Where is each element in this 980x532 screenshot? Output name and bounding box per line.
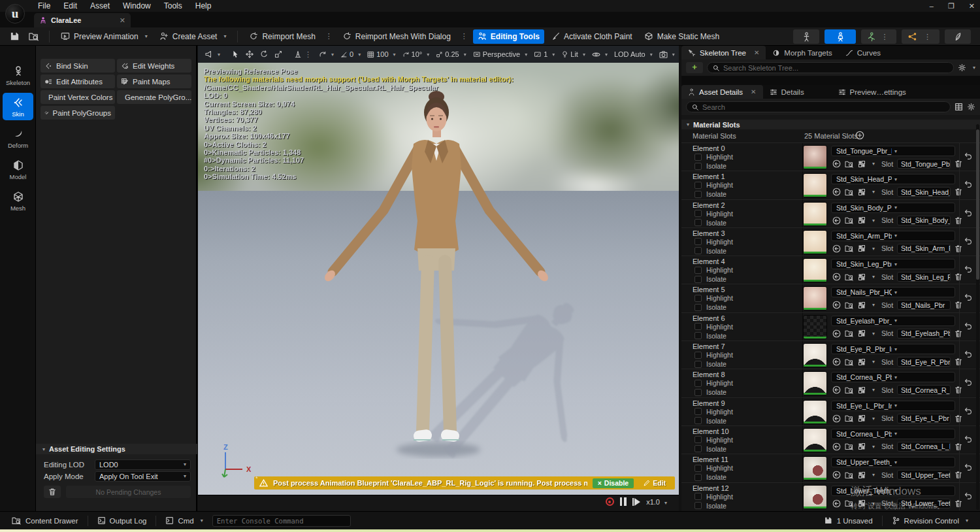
use-selected-asset-icon[interactable] <box>832 329 841 338</box>
show-flags-dropdown[interactable]: ▾ <box>589 50 610 59</box>
edit-weights-button[interactable]: Edit Weights <box>117 59 191 73</box>
console-command-field[interactable] <box>212 515 351 527</box>
material-pattern-icon[interactable] <box>858 160 866 168</box>
menu-edit[interactable]: Edit <box>57 0 84 12</box>
tab-preview-scene-settings[interactable]: Preview…ettings <box>832 85 913 99</box>
isolate-checkbox[interactable] <box>694 163 702 170</box>
disable-post-process-button[interactable]: × Disable <box>593 478 634 488</box>
material-instance-dropdown[interactable]: Std_Lower_Teeth_Pbr_LWHQ_Inst ▾ <box>831 486 955 496</box>
physics-mode-button[interactable] <box>945 29 971 44</box>
tab-claralee[interactable]: ClaraLee ✕ <box>34 13 131 27</box>
pause-button[interactable] <box>620 497 627 506</box>
isolate-checkbox[interactable] <box>694 502 702 509</box>
highlight-checkbox[interactable] <box>694 238 702 245</box>
material-pattern-icon[interactable] <box>858 273 866 281</box>
content-drawer-button[interactable]: Content Drawer <box>7 514 84 527</box>
material-slots-section-header[interactable]: ▾ Material Slots <box>681 120 980 129</box>
reset-to-default-icon[interactable] <box>964 491 972 500</box>
skeleton-search-input[interactable] <box>723 64 948 72</box>
material-instance-dropdown[interactable]: Std_Skin_Arm_Pbr_HQ_Inst ▾ <box>831 231 955 241</box>
material-instance-dropdown[interactable]: Std_Eyelash_Pbr_LWHQ_Inst ▾ <box>831 316 955 326</box>
browse-to-asset-icon[interactable] <box>845 499 854 507</box>
bind-skin-button[interactable]: Bind Skin <box>41 59 115 73</box>
reimport-mesh-options-button[interactable]: ⋮ <box>323 32 335 41</box>
surface-snapping-button[interactable]: ⋮ <box>291 49 315 60</box>
slot-name-field[interactable]: Std_Skin_Arm_Pbr <box>897 244 951 254</box>
browse-to-asset-icon[interactable] <box>845 386 854 394</box>
slot-name-field[interactable]: Std_Tongue_Pbr <box>897 159 951 169</box>
slot-name-field[interactable]: Std_Skin_Body_Pbr <box>897 216 951 225</box>
details-search-input[interactable] <box>702 103 945 111</box>
material-thumbnail[interactable] <box>803 258 827 282</box>
unreal-engine-logo[interactable]: u <box>5 4 25 24</box>
scale-tool-button[interactable] <box>272 49 285 59</box>
material-pattern-icon[interactable] <box>858 188 866 196</box>
record-button[interactable] <box>606 497 614 506</box>
tab-close-icon[interactable]: ✕ <box>751 88 756 95</box>
window-maximize-button[interactable]: ❐ <box>948 2 955 10</box>
slot-name-field[interactable]: Std_Skin_Head_Pbr <box>897 187 951 197</box>
slot-name-field[interactable]: Std_Nails_Pbr <box>897 300 951 310</box>
tab-close-icon[interactable]: ✕ <box>754 49 759 56</box>
reset-to-default-icon[interactable] <box>964 265 972 273</box>
material-instance-dropdown[interactable]: Std_Eye_L_Pbr_Inst ▾ <box>831 401 955 411</box>
make-static-mesh-button[interactable]: Make Static Mesh <box>640 29 724 44</box>
reset-to-default-icon[interactable] <box>964 322 972 330</box>
material-pattern-icon[interactable] <box>858 386 866 394</box>
revision-control-button[interactable]: Revision Control▾ <box>887 514 973 527</box>
delete-slot-trash-icon[interactable] <box>955 499 962 508</box>
chevron-down-icon[interactable]: ▾ <box>872 472 875 478</box>
use-selected-asset-icon[interactable] <box>832 301 841 309</box>
material-instance-dropdown[interactable]: Std_Skin_Head_Pbr_HQ_Inst ▾ <box>831 174 955 184</box>
material-thumbnail[interactable] <box>803 173 827 197</box>
paint-maps-button[interactable]: Paint Maps <box>117 75 191 88</box>
grid-snap-control[interactable]: 100▾ <box>365 49 398 59</box>
animation-mode-options-button[interactable]: ⋮ <box>879 33 891 41</box>
slot-name-field[interactable]: Std_Eye_L_Pbr <box>897 414 951 424</box>
use-selected-asset-icon[interactable] <box>832 442 841 451</box>
right-panel-scrollbar[interactable] <box>976 124 979 510</box>
isolate-checkbox[interactable] <box>694 389 702 396</box>
use-selected-asset-icon[interactable] <box>832 188 841 196</box>
chevron-down-icon[interactable]: ▾ <box>872 161 875 167</box>
highlight-checkbox[interactable] <box>694 380 702 387</box>
animation-mode-button[interactable]: ⋮ <box>861 29 896 44</box>
material-instance-dropdown[interactable]: Std_Upper_Teeth_Pbr_LWHQ_Inst ▾ <box>831 457 955 467</box>
rail-item-skin[interactable]: Skin <box>3 93 33 120</box>
material-pattern-icon[interactable] <box>858 358 866 366</box>
tab-details[interactable]: Details <box>763 85 832 99</box>
location-grid-snap-toggle[interactable]: ▾ <box>316 49 336 59</box>
chevron-down-icon[interactable]: ▾ <box>872 416 875 422</box>
material-pattern-icon[interactable] <box>858 414 866 422</box>
material-pattern-icon[interactable] <box>858 244 866 252</box>
display-filter-table-icon[interactable] <box>955 103 963 111</box>
highlight-checkbox[interactable] <box>694 465 702 472</box>
browse-to-asset-icon[interactable] <box>845 188 854 196</box>
delete-slot-trash-icon[interactable] <box>955 471 962 479</box>
menu-file[interactable]: File <box>31 0 57 12</box>
use-selected-asset-icon[interactable] <box>832 159 841 168</box>
isolate-checkbox[interactable] <box>694 191 702 198</box>
browse-to-asset-icon[interactable] <box>845 244 854 252</box>
delete-slot-trash-icon[interactable] <box>955 273 962 281</box>
reset-to-default-icon[interactable] <box>964 378 972 386</box>
material-instance-dropdown[interactable]: Std_Cornea_L_Pbr_LWHQ_Inst ▾ <box>831 429 955 439</box>
skeleton-tree-settings-gear-icon[interactable] <box>958 63 966 72</box>
slot-name-field[interactable]: Std_Eye_R_Pbr <box>897 357 951 367</box>
highlight-checkbox[interactable] <box>694 295 702 302</box>
reset-to-default-icon[interactable] <box>964 152 972 160</box>
delete-slot-trash-icon[interactable] <box>955 216 962 225</box>
browse-to-asset-icon[interactable] <box>845 471 854 479</box>
delete-slot-trash-icon[interactable] <box>955 414 962 423</box>
playback-speed-dropdown[interactable]: x1.0 ▾ <box>646 498 667 506</box>
viewport-canvas[interactable]: ▾ ⋮ ▾ 0▾ <box>198 46 679 511</box>
viewport-options-button[interactable]: ▾ <box>202 49 223 59</box>
reset-to-default-icon[interactable] <box>964 350 972 358</box>
material-thumbnail[interactable] <box>803 343 827 367</box>
slot-name-field[interactable]: Std_Skin_Leg_Pbr <box>897 272 951 282</box>
apply-mode-dropdown[interactable]: Apply On Tool Exit ▾ <box>95 471 191 482</box>
rail-item-skeleton[interactable]: Skeleton <box>3 61 33 89</box>
save-button[interactable] <box>7 29 23 44</box>
slot-name-field[interactable]: Std_Cornea_L_Pbr <box>897 442 951 452</box>
material-pattern-icon[interactable] <box>858 301 866 309</box>
